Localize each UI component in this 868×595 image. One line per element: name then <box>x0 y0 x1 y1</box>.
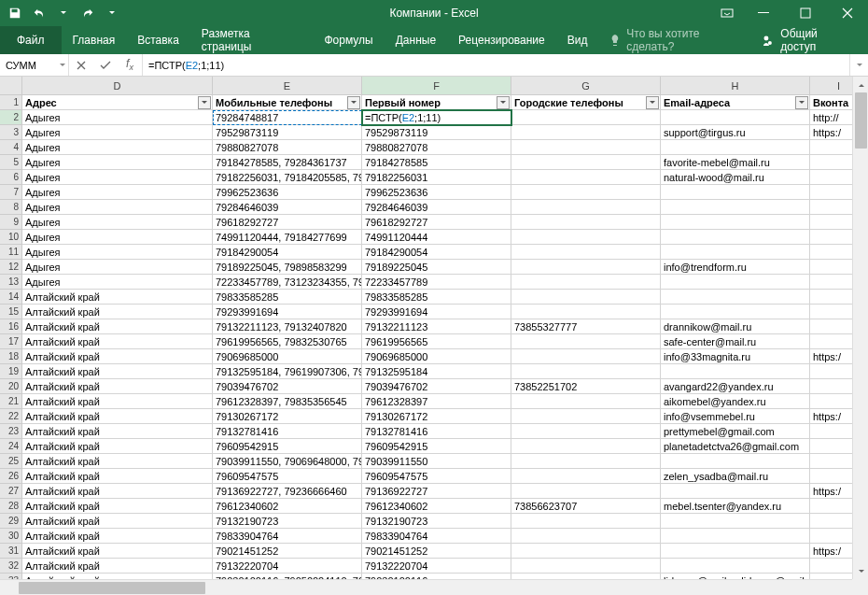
minimize-button[interactable] <box>742 0 784 26</box>
cell[interactable]: Алтайский край <box>22 469 213 484</box>
cell[interactable]: 79021451252 <box>213 544 362 559</box>
cell[interactable] <box>661 215 810 230</box>
cell[interactable]: Алтайский край <box>22 529 213 544</box>
row-header[interactable]: 31 <box>0 544 22 559</box>
cell[interactable]: Адрес <box>22 95 213 110</box>
cell[interactable]: 79189225045 <box>362 260 511 275</box>
cell[interactable] <box>661 230 810 245</box>
cell[interactable]: 79962523636 <box>213 185 362 200</box>
column-header-H[interactable]: H <box>661 77 810 95</box>
cell[interactable]: mebel.tsenter@yandex.ru <box>661 499 810 514</box>
row-header[interactable]: 3 <box>0 125 22 140</box>
cell[interactable]: 72233457789 <box>362 275 511 290</box>
cell[interactable] <box>511 155 661 170</box>
cell[interactable] <box>511 559 661 574</box>
cell[interactable]: Адыгея <box>22 170 213 185</box>
cell[interactable]: 79619956565 <box>362 334 511 349</box>
cell[interactable]: Мобильные телефоны <box>213 95 362 110</box>
row-header[interactable]: 17 <box>0 334 22 349</box>
cell[interactable]: 79880827078 <box>213 140 362 155</box>
row-header[interactable]: 13 <box>0 275 22 290</box>
undo-button[interactable] <box>28 2 50 24</box>
cell[interactable] <box>511 469 661 484</box>
cell[interactable]: 79612328397, 79835356545 <box>213 394 362 409</box>
cell[interactable] <box>661 544 810 559</box>
cell[interactable]: 74991120444 <box>362 230 511 245</box>
row-header[interactable]: 11 <box>0 245 22 260</box>
cell[interactable] <box>511 215 661 230</box>
tab-data[interactable]: Данные <box>385 26 447 54</box>
cell[interactable]: 79132781416 <box>213 424 362 439</box>
row-header[interactable]: 15 <box>0 305 22 319</box>
cell[interactable] <box>661 364 810 379</box>
cell[interactable]: Алтайский край <box>22 349 213 364</box>
cell[interactable]: 73855327777 <box>511 319 661 334</box>
cell[interactable]: 79182256031 <box>362 170 511 185</box>
cell[interactable] <box>511 140 661 155</box>
cell[interactable] <box>661 529 810 544</box>
column-header-F[interactable]: F <box>362 77 511 95</box>
cell[interactable]: 79130267172 <box>213 409 362 424</box>
cell[interactable] <box>661 484 810 499</box>
cell[interactable]: 79612328397 <box>362 394 511 409</box>
cell[interactable]: Алтайский край <box>22 394 213 409</box>
cell[interactable]: 72233457789, 73123234355, 7928 <box>213 275 362 290</box>
cell[interactable]: Алтайский край <box>22 409 213 424</box>
cell[interactable]: info@vsemmebel.ru <box>661 409 810 424</box>
cell[interactable]: 79609542915 <box>362 439 511 454</box>
tab-review[interactable]: Рецензирование <box>447 26 556 54</box>
cell[interactable]: aikomebel@yandex.ru <box>661 394 810 409</box>
cell[interactable] <box>661 200 810 215</box>
cell[interactable]: safe-center@mail.ru <box>661 334 810 349</box>
save-button[interactable] <box>4 2 26 24</box>
name-box[interactable]: СУММ <box>0 54 69 76</box>
filter-dropdown[interactable] <box>347 96 360 109</box>
column-header-D[interactable]: D <box>22 77 213 95</box>
cell[interactable]: 79039911550 <box>362 454 511 469</box>
row-header[interactable]: 27 <box>0 484 22 499</box>
cell[interactable]: =ПСТР(E2;1;11) <box>362 110 511 125</box>
cell[interactable]: Алтайский край <box>22 499 213 514</box>
row-header[interactable]: 2 <box>0 110 22 125</box>
cell[interactable] <box>661 305 810 319</box>
cell[interactable]: Алтайский край <box>22 514 213 529</box>
cell[interactable] <box>661 245 810 260</box>
cell[interactable] <box>511 305 661 319</box>
cell[interactable]: 73856623707 <box>511 499 661 514</box>
enter-formula-button[interactable] <box>93 60 118 71</box>
cell[interactable] <box>511 125 661 140</box>
row-header[interactable]: 16 <box>0 319 22 334</box>
scroll-thumb-horizontal[interactable] <box>19 582 205 594</box>
row-header[interactable]: 19 <box>0 364 22 379</box>
cancel-formula-button[interactable] <box>69 60 93 71</box>
qat-customize[interactable] <box>101 2 123 24</box>
cell[interactable] <box>511 110 661 125</box>
cell[interactable]: 79293991694 <box>213 305 362 319</box>
vertical-scrollbar[interactable] <box>852 77 868 579</box>
cell[interactable] <box>511 230 661 245</box>
cell[interactable]: Адыгея <box>22 155 213 170</box>
cell[interactable]: Адыгея <box>22 125 213 140</box>
cell[interactable] <box>661 454 810 469</box>
cell[interactable]: 79612340602 <box>362 499 511 514</box>
cell[interactable]: 79609547575 <box>213 469 362 484</box>
row-header[interactable]: 32 <box>0 559 22 574</box>
cell[interactable]: support@tirgus.ru <box>661 125 810 140</box>
insert-function-button[interactable]: fx <box>118 57 142 72</box>
cell[interactable]: favorite-mebel@mail.ru <box>661 155 810 170</box>
row-header[interactable]: 22 <box>0 409 22 424</box>
tab-insert[interactable]: Вставка <box>126 26 190 54</box>
cell[interactable]: Алтайский край <box>22 559 213 574</box>
cell[interactable]: 79132595184, 79619907306, 7962 <box>213 364 362 379</box>
cell[interactable] <box>511 439 661 454</box>
row-header[interactable]: 26 <box>0 469 22 484</box>
cell[interactable]: avangard22@yandex.ru <box>661 379 810 394</box>
cell[interactable]: Алтайский край <box>22 305 213 319</box>
cell[interactable] <box>511 334 661 349</box>
scroll-thumb-vertical[interactable] <box>855 92 867 149</box>
cell[interactable]: 79039911550, 79069648000, 7909 <box>213 454 362 469</box>
cell[interactable]: 79609547575 <box>362 469 511 484</box>
cell[interactable]: 79284646039 <box>213 200 362 215</box>
cell[interactable]: 79618292727 <box>213 215 362 230</box>
cell[interactable]: Адыгея <box>22 140 213 155</box>
